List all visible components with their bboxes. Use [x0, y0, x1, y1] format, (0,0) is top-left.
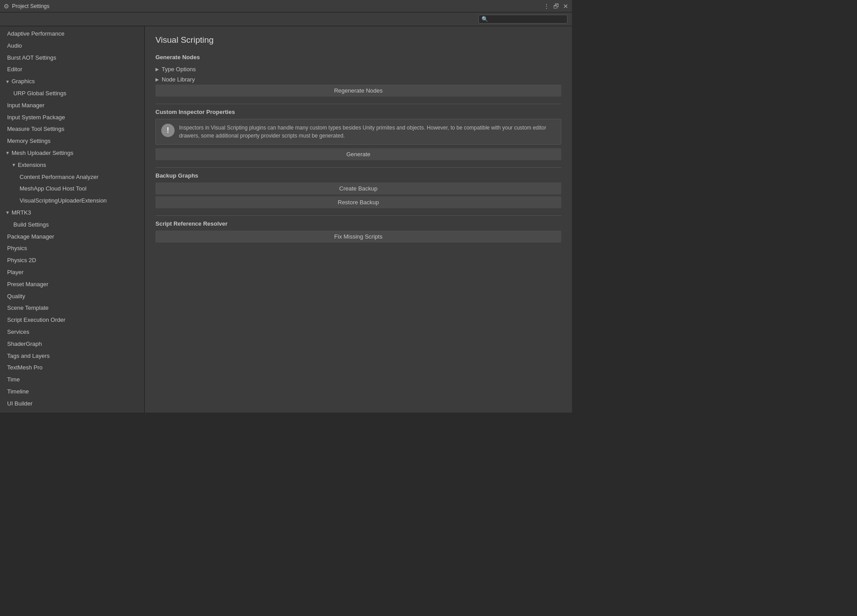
sidebar-item-meshapp-cloud[interactable]: MeshApp Cloud Host Tool — [0, 183, 144, 195]
sidebar-item-input-system[interactable]: Input System Package — [0, 112, 144, 124]
sidebar-item-build-settings[interactable]: Build Settings — [0, 219, 144, 231]
section-header-custom-inspector: Custom Inspector Properties — [155, 109, 561, 115]
sidebar-item-mesh-uploader[interactable]: ▼Mesh Uploader Settings — [0, 147, 144, 159]
title-bar-left: ⚙ Project Settings — [4, 3, 49, 10]
sidebar-item-editor[interactable]: Editor — [0, 64, 144, 76]
sidebar-item-shader-graph[interactable]: ShaderGraph — [0, 338, 144, 350]
main-layout: Adaptive PerformanceAudioBurst AOT Setti… — [0, 26, 572, 413]
divider-2 — [155, 167, 561, 168]
section-script-reference: Script Reference Resolver Fix Missing Sc… — [155, 220, 561, 243]
chevron-icon-graphics: ▼ — [5, 78, 10, 85]
restore-backup-button[interactable]: Restore Backup — [155, 196, 561, 208]
sidebar-item-services[interactable]: Services — [0, 326, 144, 338]
sidebar-item-burst-aot[interactable]: Burst AOT Settings — [0, 52, 144, 64]
create-backup-button[interactable]: Create Backup — [155, 182, 561, 195]
divider-3 — [155, 215, 561, 216]
search-bar: 🔍 — [0, 12, 572, 26]
generate-button[interactable]: Generate — [155, 148, 561, 160]
sidebar-item-script-execution[interactable]: Script Execution Order — [0, 314, 144, 326]
sidebar-item-urp-global[interactable]: URP Global Settings — [0, 88, 144, 100]
fix-missing-scripts-button[interactable]: Fix Missing Scripts — [155, 231, 561, 243]
warning-icon: ! — [161, 124, 175, 137]
type-options-row[interactable]: ▶ Type Options — [155, 64, 561, 74]
chevron-icon-mrtk3: ▼ — [5, 209, 10, 216]
section-custom-inspector: Custom Inspector Properties ! Inspectors… — [155, 109, 561, 160]
content-area: Visual Scripting Generate Nodes ▶ Type O… — [145, 26, 572, 413]
section-generate-nodes: Generate Nodes ▶ Type Options ▶ Node Lib… — [155, 54, 561, 97]
search-input[interactable] — [490, 16, 564, 22]
chevron-right-icon2: ▶ — [155, 77, 159, 82]
search-wrapper[interactable]: 🔍 — [478, 15, 567, 24]
sidebar-item-ui-builder[interactable]: UI Builder — [0, 398, 144, 410]
node-library-label: Node Library — [162, 76, 195, 83]
warning-text: Inspectors in Visual Scripting plugins c… — [179, 124, 555, 140]
node-library-row[interactable]: ▶ Node Library — [155, 74, 561, 85]
sidebar-item-player[interactable]: Player — [0, 267, 144, 279]
sidebar-item-visual-scripting-ext[interactable]: VisualScriptingUploaderExtension — [0, 195, 144, 207]
section-header-backup-graphs: Backup Graphs — [155, 172, 561, 179]
sidebar-item-extensions[interactable]: ▼Extensions — [0, 159, 144, 171]
settings-icon: ⚙ — [4, 3, 9, 10]
sidebar-item-package-manager[interactable]: Package Manager — [0, 231, 144, 243]
sidebar-item-mrtk3[interactable]: ▼MRTK3 — [0, 207, 144, 219]
menu-icon[interactable]: ⋮ — [543, 3, 550, 10]
section-header-generate-nodes: Generate Nodes — [155, 54, 561, 61]
page-title: Visual Scripting — [155, 35, 561, 45]
sidebar-group-label-mrtk3: MRTK3 — [12, 208, 31, 218]
divider-1 — [155, 104, 561, 104]
restore-icon[interactable]: 🗗 — [553, 3, 559, 10]
sidebar-group-label-graphics: Graphics — [12, 77, 35, 86]
sidebar-item-physics2d[interactable]: Physics 2D — [0, 255, 144, 267]
sidebar-group-label-extensions: Extensions — [18, 161, 46, 170]
sidebar-group-label-mesh-uploader: Mesh Uploader Settings — [12, 149, 73, 158]
title-bar-controls: ⋮ 🗗 ✕ — [543, 3, 568, 10]
sidebar-item-version-control[interactable]: Version Control — [0, 410, 144, 413]
sidebar-item-tags-layers[interactable]: Tags and Layers — [0, 350, 144, 362]
section-header-script-reference: Script Reference Resolver — [155, 220, 561, 227]
chevron-right-icon: ▶ — [155, 67, 159, 72]
sidebar-item-preset-manager[interactable]: Preset Manager — [0, 279, 144, 291]
regenerate-nodes-button[interactable]: Regenerate Nodes — [155, 85, 561, 97]
sidebar-item-memory-settings[interactable]: Memory Settings — [0, 135, 144, 147]
sidebar-item-content-perf[interactable]: Content Performance Analyzer — [0, 171, 144, 183]
chevron-icon-extensions: ▼ — [12, 162, 16, 169]
sidebar-item-time[interactable]: Time — [0, 374, 144, 386]
sidebar-item-physics[interactable]: Physics — [0, 243, 144, 255]
sidebar-item-graphics[interactable]: ▼Graphics — [0, 76, 144, 88]
type-options-label: Type Options — [162, 66, 196, 73]
sidebar-item-timeline[interactable]: Timeline — [0, 386, 144, 398]
close-icon[interactable]: ✕ — [563, 3, 568, 10]
sidebar-item-textmesh-pro[interactable]: TextMesh Pro — [0, 362, 144, 374]
title-bar: ⚙ Project Settings ⋮ 🗗 ✕ — [0, 0, 572, 12]
sidebar-item-adaptive-performance[interactable]: Adaptive Performance — [0, 28, 144, 40]
sidebar-item-audio[interactable]: Audio — [0, 40, 144, 52]
sidebar: Adaptive PerformanceAudioBurst AOT Setti… — [0, 26, 145, 413]
sidebar-item-input-manager[interactable]: Input Manager — [0, 100, 144, 112]
sidebar-item-measure-tool[interactable]: Measure Tool Settings — [0, 123, 144, 135]
sidebar-item-quality[interactable]: Quality — [0, 291, 144, 303]
sidebar-item-scene-template[interactable]: Scene Template — [0, 302, 144, 314]
chevron-icon-mesh-uploader: ▼ — [5, 150, 10, 157]
search-icon: 🔍 — [482, 16, 488, 22]
section-backup-graphs: Backup Graphs Create Backup Restore Back… — [155, 172, 561, 208]
warning-box: ! Inspectors in Visual Scripting plugins… — [155, 119, 561, 145]
title-bar-title: Project Settings — [12, 3, 49, 9]
